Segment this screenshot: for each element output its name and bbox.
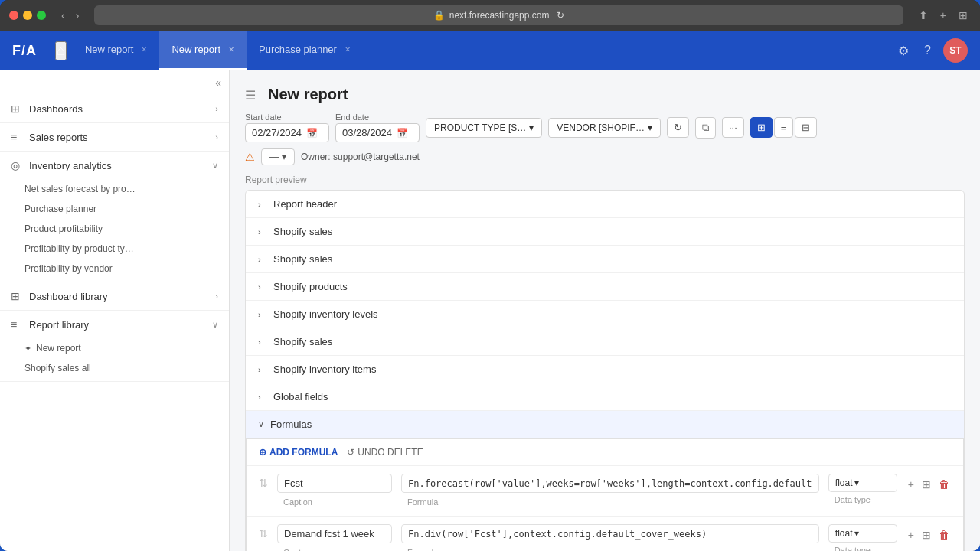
back-button[interactable]: ‹: [58, 8, 68, 23]
formula-row-actions-fcst: + ⊞ 🗑: [906, 477, 951, 492]
view-grid-button[interactable]: ⊟: [795, 117, 817, 138]
app: F/A ⌂ New report ✕ New report ✕ Purchase…: [0, 31, 980, 551]
sidebar-item-product-profitability[interactable]: Product profitability: [24, 219, 229, 239]
formula-row-demand: ⇅ Caption Formula float ▾: [247, 517, 963, 551]
sidebar-section-dashboard-library: ⊞ Dashboard library ›: [0, 282, 229, 311]
vendor-chevron: ▾: [648, 122, 652, 133]
nav-tab-new-report-1[interactable]: New report ✕: [73, 31, 160, 70]
start-date-calendar-icon: 📅: [306, 128, 318, 139]
formula-value-demand[interactable]: [401, 524, 819, 543]
formula-type-demand[interactable]: float ▾: [828, 524, 897, 543]
inventory-chevron: ∨: [212, 161, 218, 171]
address-bar[interactable]: 🔒 next.forecastingapp.com ↻: [94, 5, 903, 25]
start-date-value: 02/27/2024: [252, 127, 302, 139]
delete-demand-button[interactable]: 🗑: [937, 527, 951, 543]
delete-fcst-button[interactable]: 🗑: [937, 477, 951, 492]
tab-close-active-icon[interactable]: ✕: [228, 45, 234, 54]
share-button[interactable]: ⬆: [916, 8, 931, 23]
owner-bar: ⚠ — ▾ Owner: support@targetta.net: [245, 148, 965, 165]
view-table-button[interactable]: ⊞: [750, 117, 773, 138]
collapse-sidebar-button[interactable]: «: [215, 77, 221, 89]
drag-handle-demand[interactable]: ⇅: [259, 527, 268, 540]
section-shopify-inventory-levels[interactable]: › Shopify inventory levels: [246, 301, 964, 328]
sidebar-report-library-header[interactable]: ≡ Report library ∨: [0, 311, 229, 338]
view-list-button[interactable]: ≡: [774, 117, 794, 138]
section-shopify-sales-3[interactable]: › Shopify sales: [246, 328, 964, 356]
add-formula-button[interactable]: ⊕ ADD FORMULA: [259, 447, 338, 458]
formulas-actions: ⊕ ADD FORMULA ↺ UNDO DELETE: [247, 439, 963, 466]
add-row-fcst-button[interactable]: +: [906, 477, 916, 492]
maximize-button-tl[interactable]: [37, 11, 46, 20]
lock-icon: 🔒: [433, 10, 445, 21]
drag-handle-fcst[interactable]: ⇅: [259, 477, 268, 489]
minimize-button-tl[interactable]: [23, 11, 32, 20]
undo-icon: ↺: [347, 447, 354, 458]
sidebar-item-profitability-product[interactable]: Profitability by product ty…: [24, 239, 229, 259]
sidebar-dashboard-library-header[interactable]: ⊞ Dashboard library ›: [0, 282, 229, 310]
more-button[interactable]: ···: [722, 117, 744, 138]
section-global-fields[interactable]: › Global fields: [246, 383, 964, 411]
warning-icon: ⚠: [245, 151, 255, 163]
vendor-label: VENDOR [SHOPIF…: [557, 122, 645, 133]
formulas-header[interactable]: ∨ Formulas: [246, 411, 964, 439]
settings-button[interactable]: ⚙: [895, 41, 912, 61]
start-date-input[interactable]: 02/27/2024 📅: [245, 123, 329, 142]
section-shopify-sales-1[interactable]: › Shopify sales: [246, 218, 964, 246]
section-shopify-inventory-items[interactable]: › Shopify inventory items: [246, 356, 964, 383]
undo-delete-button[interactable]: ↺ UNDO DELETE: [347, 447, 423, 458]
formula-row-fcst: ⇅ Caption Formula float ▾: [247, 466, 963, 517]
product-type-filter[interactable]: PRODUCT TYPE [S… ▾: [426, 118, 542, 138]
copy-row-fcst-button[interactable]: ⊞: [920, 477, 933, 492]
report-library-sub-items: ✦ New report Shopify sales all: [0, 338, 229, 381]
section-shopify-products[interactable]: › Shopify products: [246, 273, 964, 301]
sidebar-button[interactable]: ⊞: [956, 8, 971, 23]
close-button-tl[interactable]: [9, 11, 18, 20]
report-library-chevron: ∨: [212, 320, 218, 330]
formula-type-fcst[interactable]: float ▾: [828, 474, 897, 492]
type-chevron: ▾: [854, 478, 859, 488]
sidebar-inventory-header[interactable]: ◎ Inventory analytics ∨: [0, 152, 229, 179]
add-row-demand-button[interactable]: +: [906, 527, 916, 543]
nav-tab-new-report-2[interactable]: New report ✕: [159, 31, 247, 70]
nav-tab-purchase-planner[interactable]: Purchase planner ✕: [247, 31, 363, 70]
vendor-filter[interactable]: VENDOR [SHOPIF… ▾: [548, 118, 661, 138]
section-report-header[interactable]: › Report header: [246, 191, 964, 218]
forward-button[interactable]: ›: [73, 8, 83, 23]
type-chevron-demand: ▾: [854, 528, 859, 539]
sidebar-item-net-sales[interactable]: Net sales forecast by pro…: [24, 179, 229, 199]
formula-caption-fcst[interactable]: [277, 474, 392, 493]
sidebar-item-purchase-planner[interactable]: Purchase planner: [24, 199, 229, 219]
traffic-lights: [9, 11, 46, 20]
refresh-icon: ↻: [557, 10, 564, 21]
copy-button[interactable]: ⧉: [695, 117, 716, 139]
refresh-button[interactable]: ↻: [667, 117, 689, 138]
sidebar-sales-reports-header[interactable]: ≡ Sales reports ›: [0, 123, 229, 151]
sidebar-section-inventory: ◎ Inventory analytics ∨ Net sales foreca…: [0, 152, 229, 282]
avatar[interactable]: ST: [943, 38, 968, 63]
help-button[interactable]: ?: [921, 41, 934, 60]
shopify-inv-items-chevron: ›: [258, 365, 267, 374]
formula-caption-demand[interactable]: [277, 524, 392, 543]
product-type-chevron: ▾: [529, 122, 534, 133]
copy-row-demand-button[interactable]: ⊞: [920, 527, 933, 543]
sidebar-item-new-report[interactable]: ✦ New report: [24, 338, 229, 358]
end-date-input[interactable]: 03/28/2024 📅: [335, 123, 420, 142]
tab-close-purchase-icon[interactable]: ✕: [345, 45, 351, 54]
sidebar-section-sales-reports: ≡ Sales reports ›: [0, 123, 229, 152]
shopify-products-chevron: ›: [258, 282, 267, 292]
tab-close-icon[interactable]: ✕: [141, 45, 147, 54]
sidebar-dashboards-header[interactable]: ⊞ Dashboards ›: [0, 95, 229, 122]
formula-value-fcst[interactable]: [401, 474, 819, 493]
main-layout: « ⊞ Dashboards › ≡ Sales reports ›: [0, 70, 980, 551]
shopify-sales-1-chevron: ›: [258, 227, 267, 236]
sidebar-item-shopify-sales-all[interactable]: Shopify sales all: [24, 358, 229, 378]
section-shopify-sales-2[interactable]: › Shopify sales: [246, 246, 964, 273]
sidebar-item-profitability-vendor[interactable]: Profitability by vendor: [24, 259, 229, 279]
sidebar-section-dashboards: ⊞ Dashboards ›: [0, 95, 229, 123]
new-tab-button[interactable]: +: [937, 8, 949, 23]
home-button[interactable]: ⌂: [55, 41, 67, 60]
dashboards-icon: ⊞: [11, 103, 23, 115]
top-nav: F/A ⌂ New report ✕ New report ✕ Purchase…: [0, 31, 980, 70]
shopify-inv-levels-chevron: ›: [258, 310, 267, 319]
status-dropdown[interactable]: — ▾: [261, 148, 295, 165]
